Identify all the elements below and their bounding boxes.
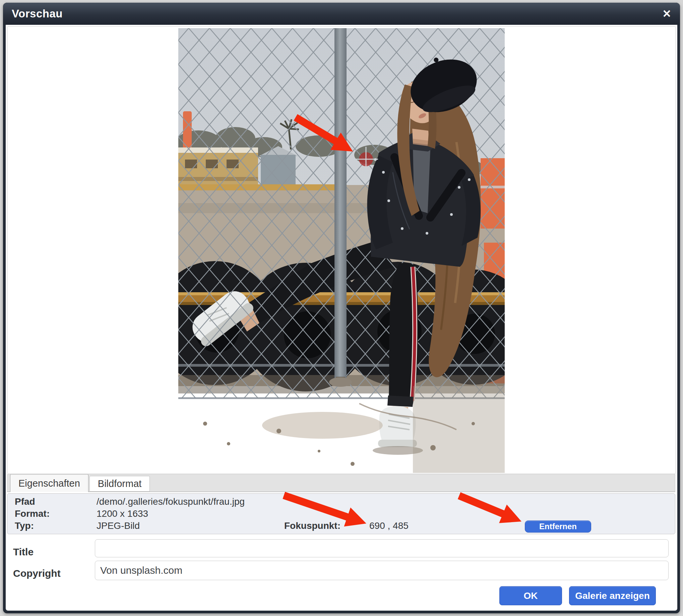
properties-panel: Pfad /demo/.galleries/fokuspunkt/frau.jp… bbox=[7, 493, 675, 534]
tab-bildformat[interactable]: Bildformat bbox=[89, 476, 150, 492]
fokuspunkt-value: 690 , 485 bbox=[369, 521, 409, 531]
tab-eigenschaften[interactable]: Eigenschaften bbox=[10, 474, 88, 492]
copyright-label: Copyright bbox=[13, 568, 61, 579]
typ-value: JPEG-Bild bbox=[96, 521, 140, 531]
image-preview-area bbox=[7, 26, 676, 474]
preview-dialog: Vorschau ✕ bbox=[3, 3, 680, 613]
dialog-titlebar: Vorschau ✕ bbox=[3, 3, 680, 25]
preview-image[interactable] bbox=[178, 28, 505, 473]
fokuspunkt-label: Fokuspunkt: bbox=[284, 521, 340, 531]
show-gallery-button[interactable]: Galerie anzeigen bbox=[569, 586, 656, 605]
title-input[interactable] bbox=[95, 539, 668, 557]
remove-focuspoint-button[interactable]: Entfernen bbox=[525, 521, 591, 532]
pfad-label: Pfad bbox=[15, 496, 35, 507]
tabstrip: Eigenschaften Bildformat bbox=[7, 474, 675, 492]
title-label: Title bbox=[13, 546, 34, 558]
ground-texture bbox=[203, 386, 505, 473]
close-icon[interactable]: ✕ bbox=[662, 8, 671, 19]
ok-button[interactable]: OK bbox=[499, 586, 562, 605]
format-value: 1200 x 1633 bbox=[96, 508, 148, 519]
format-label: Format: bbox=[15, 508, 50, 519]
dialog-content: Eigenschaften Bildformat Pfad /demo/.gal… bbox=[6, 25, 677, 611]
pfad-value: /demo/.galleries/fokuspunkt/frau.jpg bbox=[96, 496, 245, 507]
dialog-title: Vorschau bbox=[12, 7, 63, 20]
copyright-input[interactable] bbox=[95, 561, 668, 580]
typ-label: Typ: bbox=[15, 521, 34, 531]
